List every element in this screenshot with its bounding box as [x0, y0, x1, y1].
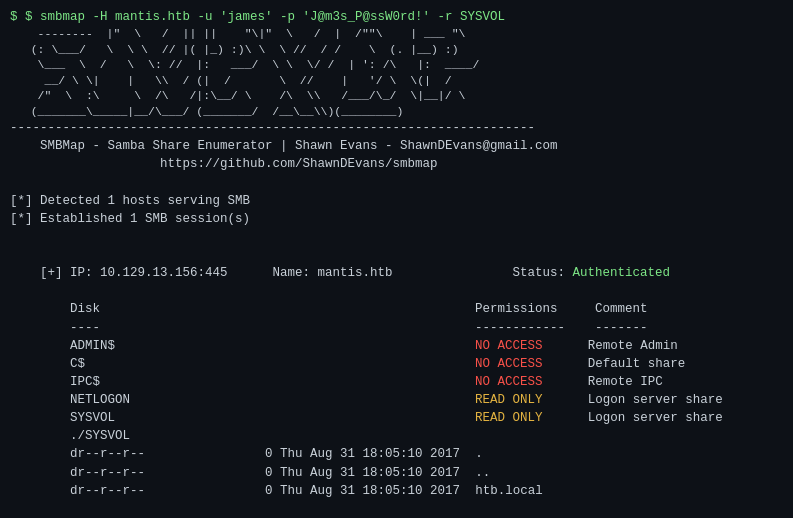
- permissions-divider: ------------: [475, 321, 565, 335]
- file-name-dotdot: ..: [475, 466, 490, 480]
- share-perm-ipc: NO ACCESS: [475, 375, 543, 389]
- prompt-symbol: $: [10, 10, 25, 24]
- ip-label: [+] IP: 10.129.13.156:445 Name: mantis.h…: [40, 266, 573, 280]
- share-row-c: C$ NO ACCESS Default share: [10, 355, 783, 373]
- share-name-sysvol: SYSVOL: [70, 411, 115, 425]
- command-text: $ smbmap -H mantis.htb -u 'james' -p 'J@…: [25, 10, 505, 24]
- file-date-htb: Thu Aug 31 18:05:10 2017: [280, 484, 460, 498]
- ascii-banner-line6: (_______\_____|__/\___/ (_______/ /__\__…: [10, 104, 783, 120]
- file-date-dotdot: Thu Aug 31 18:05:10 2017: [280, 466, 460, 480]
- terminal: $ $ smbmap -H mantis.htb -u 'james' -p '…: [0, 0, 793, 518]
- file-perms-dotdot: dr--r--r--: [70, 466, 145, 480]
- credit-line2: https://github.com/ShawnDEvans/smbmap: [10, 155, 783, 173]
- share-comment-sysvol: Logon server share: [588, 411, 723, 425]
- file-perms-htb: dr--r--r--: [70, 484, 145, 498]
- share-perm-admin: NO ACCESS: [475, 339, 543, 353]
- share-name-c: C$: [70, 357, 85, 371]
- detected-line: [*] Detected 1 hosts serving SMB: [10, 192, 783, 210]
- share-comment-netlogon: Logon server share: [588, 393, 723, 407]
- share-name-netlogon: NETLOGON: [70, 393, 130, 407]
- disk-header-line: Disk Permissions Comment: [10, 300, 783, 318]
- divider-line: ----------------------------------------…: [10, 119, 783, 137]
- ascii-banner-line2: (: \___/ \ \ \ // |( |_) :)\ \ \ // / / …: [10, 42, 783, 58]
- file-row-dot: dr--r--r-- 0 Thu Aug 31 18:05:10 2017 .: [10, 445, 783, 463]
- file-perms-dot: dr--r--r--: [70, 447, 145, 461]
- share-comment-ipc: Remote IPC: [588, 375, 663, 389]
- comment-header: Comment: [595, 302, 648, 316]
- blank-line2: [10, 228, 783, 246]
- share-row-admin: ADMIN$ NO ACCESS Remote Admin: [10, 337, 783, 355]
- blank-line1: [10, 174, 783, 192]
- comment-divider: -------: [595, 321, 648, 335]
- file-num-dotdot: 0: [265, 466, 273, 480]
- permissions-header: Permissions: [475, 302, 558, 316]
- share-row-ipc: IPC$ NO ACCESS Remote IPC: [10, 373, 783, 391]
- share-perm-c: NO ACCESS: [475, 357, 543, 371]
- share-perm-sysvol: READ ONLY: [475, 411, 543, 425]
- ascii-banner-line5: /" \ :\ \ /\ /|:\__/ \ /\ \\ /___/\_/ \|…: [10, 88, 783, 104]
- share-row-sysvol: SYSVOL READ ONLY Logon server share: [10, 409, 783, 427]
- share-comment-c: Default share: [588, 357, 686, 371]
- credit-line1: SMBMap - Samba Share Enumerator | Shawn …: [10, 137, 783, 155]
- prompt-line: $ $ smbmap -H mantis.htb -u 'james' -p '…: [10, 8, 783, 26]
- file-row-htb: dr--r--r-- 0 Thu Aug 31 18:05:10 2017 ht…: [10, 482, 783, 500]
- file-date-dot: Thu Aug 31 18:05:10 2017: [280, 447, 460, 461]
- ascii-banner-line3: \___ \ / \ \: // |: ___/ \ \ \/ / | ': /…: [10, 57, 783, 73]
- share-comment-admin: Remote Admin: [588, 339, 678, 353]
- share-perm-netlogon: READ ONLY: [475, 393, 543, 407]
- sysvol-dir-line: ./SYSVOL: [10, 427, 783, 445]
- ascii-banner-line1: -------- |" \ / || || "\|" \ / | /""\ | …: [10, 26, 783, 42]
- file-name-htb: htb.local: [475, 484, 543, 498]
- file-num-dot: 0: [265, 447, 273, 461]
- file-name-dot: .: [475, 447, 483, 461]
- share-name-admin: ADMIN$: [70, 339, 115, 353]
- ascii-banner-line4: __/ \ \| | \\ / (| / \ // | '/ \ \(| /: [10, 73, 783, 89]
- share-row-netlogon: NETLOGON READ ONLY Logon server share: [10, 391, 783, 409]
- disk-divider-line: ---- ------------ -------: [10, 319, 783, 337]
- file-row-dotdot: dr--r--r-- 0 Thu Aug 31 18:05:10 2017 ..: [10, 464, 783, 482]
- established-line: [*] Established 1 SMB session(s): [10, 210, 783, 228]
- share-name-ipc: IPC$: [70, 375, 100, 389]
- file-num-htb: 0: [265, 484, 273, 498]
- ip-status-line: [+] IP: 10.129.13.156:445 Name: mantis.h…: [10, 246, 783, 300]
- status-value: Authenticated: [573, 266, 671, 280]
